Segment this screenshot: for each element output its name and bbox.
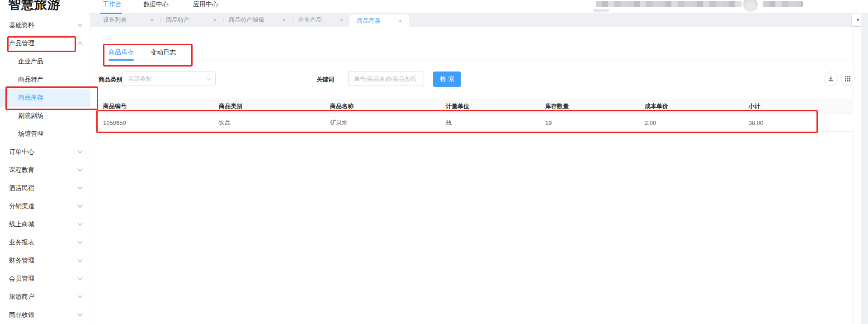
redacted-user-info (596, 1, 741, 7)
tabs-bottom-border (103, 61, 853, 61)
sidebar-item-hotel-homestay[interactable]: 酒店民宿 (0, 179, 90, 197)
col-header-product-code: 商品编号 (98, 102, 213, 110)
col-header-product-name: 商品名称 (325, 102, 440, 110)
sidebar-item-member-management[interactable]: 会员管理 (0, 270, 90, 288)
keyword-input[interactable] (348, 71, 424, 86)
page-tab-device-list[interactable]: 设备列表 × (103, 16, 156, 24)
content-tab-change-log[interactable]: 变动日志 (151, 48, 176, 57)
table-row: 1050650 饮品 矿泉水 瓶 19 2.00 38.00 (98, 114, 854, 132)
cell-stock-qty: 19 (540, 119, 639, 126)
category-filter-label: 商品类别 (99, 76, 122, 84)
redacted-sub-text (593, 9, 609, 12)
cell-unit: 瓶 (440, 119, 540, 127)
cell-subtotal: 38.00 (743, 119, 846, 126)
topnav-data-center[interactable]: 数据中心 (143, 0, 169, 9)
content-right-border (853, 27, 854, 324)
cell-cost-price: 2.00 (639, 119, 743, 126)
chevron-down-icon (77, 220, 82, 225)
redacted-user-name (763, 1, 803, 7)
active-tab-underline (108, 59, 134, 61)
download-icon (827, 75, 835, 82)
chevron-down-icon (77, 21, 82, 26)
chevron-down-icon (77, 275, 82, 280)
category-select-value: 全部类别 (128, 75, 151, 83)
cell-product-name: 矿泉水 (325, 119, 440, 127)
page-tab-goods-specialty-edit[interactable]: 商品特产编辑 × (229, 16, 288, 24)
sidebar-item-goods-cashier[interactable]: 商品收银 (0, 306, 90, 324)
close-icon[interactable]: × (340, 17, 344, 24)
user-avatar[interactable] (743, 0, 758, 12)
column-settings-button[interactable] (840, 71, 855, 86)
sidebar-item-goods-inventory[interactable]: 商品库存 (0, 89, 90, 107)
tab-divider: | (160, 17, 161, 23)
sidebar-item-online-mall[interactable]: 线上商城 (0, 215, 90, 233)
col-header-unit: 计量单位 (440, 102, 540, 110)
col-header-subtotal: 小计 (743, 102, 846, 110)
sidebar-item-product-management[interactable]: 产品管理 (0, 34, 90, 52)
close-icon[interactable]: × (150, 17, 154, 24)
close-icon[interactable]: × (399, 18, 402, 24)
search-button[interactable]: 检 索 (433, 71, 461, 87)
category-select[interactable]: 全部类别 (122, 71, 216, 86)
topnav-workbench[interactable]: 工作台 (103, 0, 122, 9)
chevron-down-icon (77, 148, 82, 153)
col-header-stock-qty: 库存数量 (540, 102, 639, 110)
caret-down-icon: ▼ (856, 18, 860, 22)
chevron-up-icon (77, 42, 82, 47)
sidebar-menu: 基础资料 产品管理 企业产品 商品特产 商品库存 剧院剧场 场馆管理 订单中心 … (0, 13, 90, 324)
content-tab-goods-inventory[interactable]: 商品库存 (108, 48, 134, 57)
sidebar-item-finance-management[interactable]: 财务管理 (0, 252, 90, 270)
close-icon[interactable]: × (213, 17, 217, 24)
keyword-filter-label: 关键词 (316, 76, 334, 84)
tab-divider: | (292, 17, 293, 23)
sidebar-item-tourism-merchant[interactable]: 旅游商户 (0, 288, 90, 306)
col-header-cost-price: 成本单价 (639, 102, 743, 110)
app-window: 智慧旅游 工作台 数据中心 应用中心 设备列表 × | 商品特产 × | 商品特… (0, 0, 868, 324)
col-header-product-category: 商品类别 (213, 102, 325, 110)
chevron-down-icon (207, 76, 211, 81)
cell-product-category: 饮品 (213, 119, 325, 127)
tab-divider: | (223, 17, 224, 23)
sidebar-item-distribution-channel[interactable]: 分销渠道 (0, 197, 90, 215)
sidebar-item-basic-data[interactable]: 基础资料 (0, 16, 90, 34)
sidebar-item-venue-management[interactable]: 场馆管理 (0, 125, 90, 143)
topnav-app-center[interactable]: 应用中心 (193, 0, 218, 9)
export-button[interactable] (824, 71, 838, 86)
page-tab-enterprise-product[interactable]: 企业产品 × (298, 16, 345, 24)
top-header: 智慧旅游 工作台 数据中心 应用中心 (0, 0, 868, 13)
chevron-down-icon (77, 184, 82, 189)
open-tabs-bar: 设备列表 × | 商品特产 × | 商品特产编辑 × | 企业产品 × 商品库存… (90, 13, 868, 27)
chevron-down-icon (77, 202, 82, 207)
chevron-down-icon (77, 166, 82, 171)
topnav-active-underline (100, 13, 122, 14)
sidebar-item-course-education[interactable]: 课程教育 (0, 161, 90, 179)
chevron-down-icon (77, 311, 82, 316)
page-scrollbar-track[interactable] (861, 13, 868, 324)
chevron-down-icon (77, 238, 82, 243)
sidebar-item-enterprise-product[interactable]: 企业产品 (0, 52, 90, 71)
sidebar-item-theater[interactable]: 剧院剧场 (0, 107, 90, 125)
cell-product-code: 1050650 (98, 119, 213, 126)
app-logo: 智慧旅游 (8, 0, 61, 13)
table-header-row: 商品编号 商品类别 商品名称 计量单位 库存数量 成本单价 小计 (98, 99, 854, 114)
page-tab-goods-inventory-active[interactable]: 商品库存 × (349, 14, 409, 27)
sidebar-item-goods-specialty[interactable]: 商品特产 (0, 71, 90, 89)
chevron-down-icon (77, 293, 82, 298)
sidebar-item-order-center[interactable]: 订单中心 (0, 143, 90, 161)
page-tab-goods-specialty[interactable]: 商品特产 × (166, 16, 218, 24)
close-icon[interactable]: × (283, 17, 286, 24)
sidebar-item-business-report[interactable]: 业务报表 (0, 233, 90, 252)
grid-icon (844, 76, 851, 82)
chevron-down-icon (77, 257, 82, 262)
